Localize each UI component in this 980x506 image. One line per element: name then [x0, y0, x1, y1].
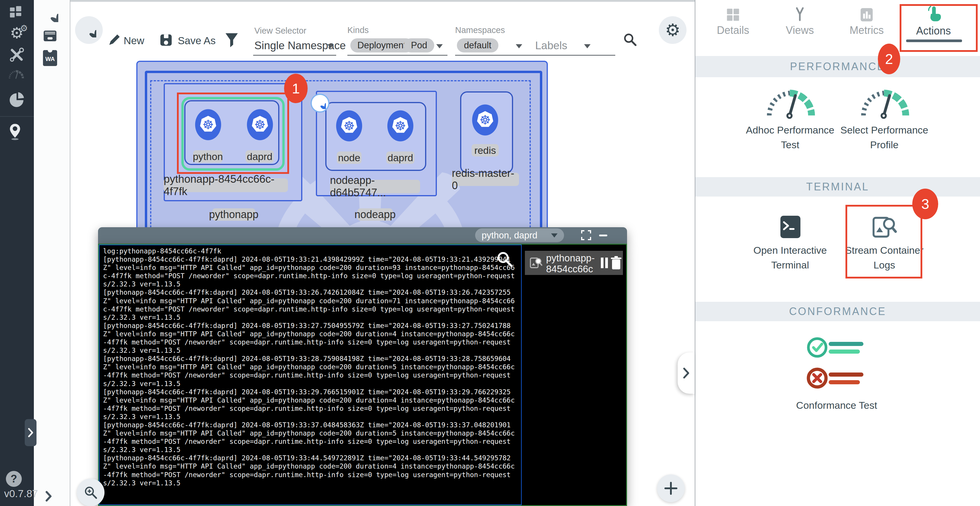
namespaces-underline: [455, 55, 535, 56]
archive-icon[interactable]: [42, 28, 58, 44]
tools-icon[interactable]: [8, 46, 25, 63]
settings-gears-icon[interactable]: ⚙⚙: [7, 24, 26, 42]
terminal-body: log:pythonapp-8454cc66c-4f7fk [pythonapp…: [98, 244, 627, 506]
annotation-box-stream-logs: [845, 205, 922, 278]
zoom-in-button[interactable]: [77, 479, 105, 506]
view-selector-label: View Selector: [255, 26, 307, 36]
tab-metrics[interactable]: [858, 6, 875, 23]
container-label: node: [337, 152, 361, 164]
annotation-box-pod: [177, 93, 289, 174]
annotation-badge-2: 2: [878, 44, 900, 74]
performance-gauge-icon[interactable]: [7, 69, 25, 81]
group-label-nodeapp: nodeapp: [357, 208, 393, 221]
annotation-badge-3: 3: [912, 188, 938, 219]
adhoc-performance-label[interactable]: Adhoc Performance: [740, 125, 840, 136]
labels-dropdown[interactable]: Labels: [535, 40, 567, 52]
view-selector-caret-icon[interactable]: [327, 44, 334, 48]
group-label-pythonapp: pythonapp: [212, 208, 255, 221]
dashboard-icon[interactable]: [8, 4, 23, 19]
wa-glyph: WA: [45, 56, 55, 62]
namespace-chip-default[interactable]: default: [457, 38, 498, 53]
sidebar-expand-button[interactable]: [25, 419, 37, 446]
tab-details-label[interactable]: Details: [701, 24, 765, 37]
open-terminal-label[interactable]: Open Interactive: [740, 244, 840, 256]
trash-icon[interactable]: [610, 256, 622, 270]
filter-button[interactable]: [224, 32, 239, 48]
details-grid-icon: [725, 6, 741, 23]
select-performance-label2[interactable]: Profile: [834, 139, 934, 151]
section-header-performance: PERFORMANCE: [695, 56, 980, 77]
namespaces-caret-icon[interactable]: [516, 44, 522, 48]
labels-caret-icon[interactable]: [584, 44, 590, 48]
sidebar-divider: [0, 116, 34, 117]
pod-label: redis-master-0: [452, 173, 519, 186]
dapr-badge-icon: [310, 94, 329, 113]
settings-button[interactable]: ⚙: [659, 16, 687, 44]
select-performance-label[interactable]: Select Performance: [834, 125, 934, 136]
kind-chip-pod[interactable]: Pod: [404, 38, 434, 53]
conformance-test-label[interactable]: Conformance Test: [787, 400, 887, 411]
secondary-rail: WA: [34, 0, 70, 506]
open-terminal-button[interactable]: [780, 215, 801, 239]
annotation-box-actions: [900, 4, 978, 52]
container-label: daprd: [386, 152, 415, 164]
kubernetes-container-icon: [387, 110, 414, 143]
add-button[interactable]: [657, 474, 685, 502]
tab-details[interactable]: [725, 6, 741, 23]
conformance-test-button[interactable]: [805, 335, 870, 393]
view-selector-underline: [253, 55, 336, 56]
tab-views-label[interactable]: Views: [767, 24, 832, 37]
terminal-tab-label-line2: 8454cc66c: [546, 263, 595, 275]
views-fork-icon: [792, 6, 808, 22]
rail-expand-chevron-icon[interactable]: [42, 490, 55, 503]
minimize-icon[interactable]: [599, 235, 607, 236]
chart-pie-icon[interactable]: [9, 91, 25, 108]
tab-metrics-label[interactable]: Metrics: [834, 24, 899, 37]
container-daprd-node[interactable]: [387, 110, 414, 143]
locations-pin-icon[interactable]: [7, 122, 23, 142]
app-window: ☸: [0, 0, 980, 506]
tab-views[interactable]: [792, 6, 808, 22]
kinds-underline: [347, 55, 447, 56]
workflow-spiral-icon[interactable]: [41, 5, 59, 22]
select-performance-profile-button[interactable]: [857, 85, 913, 121]
pencil-icon: [107, 34, 120, 46]
panel-divider: [695, 0, 695, 506]
kubernetes-container-icon: [335, 110, 363, 143]
pause-icon[interactable]: [605, 257, 608, 268]
container-node[interactable]: [335, 110, 363, 143]
kinds-caret-icon[interactable]: [436, 44, 443, 48]
adhoc-performance-label2[interactable]: Test: [740, 139, 840, 151]
magnifier-cursor-icon: [495, 250, 514, 268]
left-sidebar: ⚙⚙ ?: [0, 0, 34, 506]
conformance-checklist-icon: [805, 335, 870, 393]
plus-icon: [664, 482, 678, 495]
adhoc-performance-button[interactable]: [762, 85, 818, 121]
terminal-tab-list: pythonapp- 8454cc66c: [522, 244, 626, 505]
open-terminal-label2[interactable]: Terminal: [740, 259, 840, 271]
container-selector-value: python, daprd: [482, 230, 538, 241]
save-as-button-label[interactable]: Save As: [178, 35, 215, 46]
search-icon: [622, 32, 638, 47]
workspace-button[interactable]: [75, 16, 103, 44]
terminal-tab-pythonapp[interactable]: pythonapp- 8454cc66c: [525, 251, 623, 275]
terminal-titlebar[interactable]: python, daprd: [98, 227, 627, 244]
funnel-icon: [224, 32, 239, 48]
pause-icon[interactable]: [601, 257, 603, 268]
right-panel: Details Views Metrics Actions 2 PERFORMA…: [695, 0, 980, 506]
gear-icon: ⚙: [665, 20, 680, 40]
search-button[interactable]: [622, 31, 638, 48]
log-pane: log:pythonapp-8454cc66c-4f7fk [pythonapp…: [99, 244, 522, 505]
container-redis[interactable]: [471, 104, 499, 137]
help-icon[interactable]: ?: [6, 471, 22, 487]
fullscreen-button[interactable]: [581, 230, 592, 241]
stream-logs-icon: [529, 256, 542, 270]
new-view-button[interactable]: [107, 34, 121, 47]
new-button-label[interactable]: New: [124, 35, 144, 46]
kinds-label: Kinds: [347, 26, 369, 35]
wasm-icon[interactable]: WA: [42, 49, 58, 67]
panel-collapse-button[interactable]: [678, 353, 695, 394]
fullscreen-icon: [581, 230, 592, 241]
container-selector-dropdown[interactable]: python, daprd: [475, 228, 564, 242]
save-as-button[interactable]: [159, 33, 173, 47]
